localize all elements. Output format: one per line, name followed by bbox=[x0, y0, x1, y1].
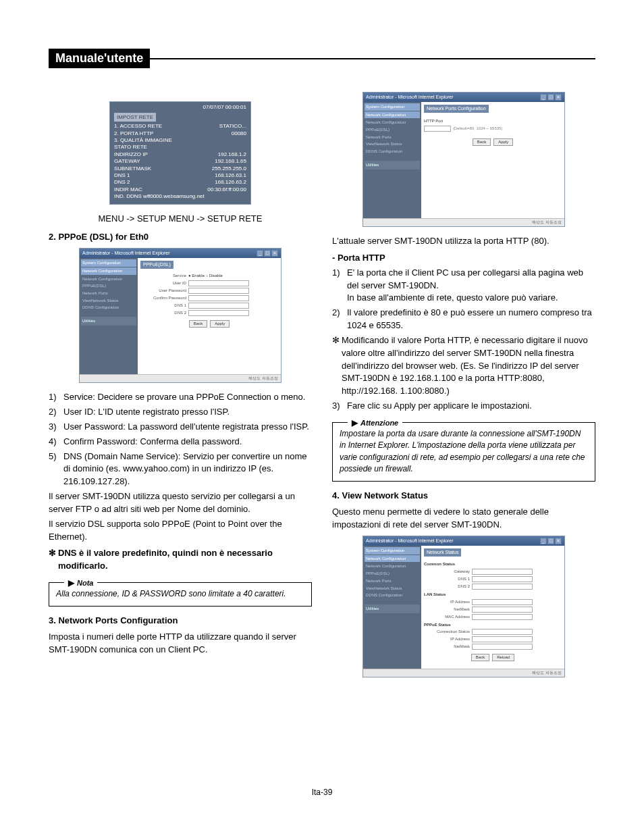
sub-heading: HTTP Port bbox=[424, 118, 562, 124]
star-text: Modificando il valore Porta HTTP, è nece… bbox=[342, 334, 595, 398]
right-column: Administrator - Microsoft Internet Explo… bbox=[332, 88, 595, 686]
text-input bbox=[472, 607, 533, 613]
osd-label: INDIR MAC bbox=[114, 186, 142, 193]
field-label: DNS 1 bbox=[140, 303, 186, 309]
window-title: Administrator - Microsoft Internet Explo… bbox=[366, 538, 454, 544]
osd-label: 3. QUALITÀ IMMAGINE bbox=[114, 137, 172, 144]
section-3-heading: 3. Network Ports Configuration bbox=[49, 615, 312, 627]
sub-heading: - Porta HTTP bbox=[332, 252, 595, 265]
note-label: ▶ Nota bbox=[64, 577, 97, 589]
main-panel: Network Ports Configuration HTTP Port (D… bbox=[421, 102, 564, 218]
nav-item: PPPoE(DSL) bbox=[81, 282, 136, 290]
port-input bbox=[424, 126, 451, 132]
list-text: Il valore predefinito è 80 e può essere … bbox=[347, 307, 595, 332]
paragraph: Il server SMT-190DN utilizza questo serv… bbox=[49, 490, 312, 516]
list-number: 2) bbox=[49, 406, 63, 419]
paragraph: Questo menu permette di vedere lo stato … bbox=[332, 506, 595, 532]
text-input bbox=[188, 280, 249, 286]
nav-item: Network Ports bbox=[365, 134, 420, 141]
field-label: Gateway bbox=[424, 569, 470, 575]
osd-value: 00:30:6f:ff:00:00 bbox=[207, 186, 246, 193]
text-input bbox=[188, 310, 249, 316]
arrow-icon: ▶ bbox=[68, 577, 74, 589]
content-columns: 07/07/07 00:00:01 IMPOST RETE 1. ACCESSO… bbox=[49, 88, 595, 686]
list-text: User ID: L'ID utente registrato presso l… bbox=[63, 406, 312, 419]
nav-item: DDNS Configuration bbox=[81, 304, 136, 311]
page-header: Manuale'utente bbox=[49, 49, 150, 68]
osd-label: STATO RETE bbox=[114, 144, 147, 151]
osd-label: 1. ACCESSO RETE bbox=[114, 123, 162, 130]
list-text: Service: Decidere se provare una PPPoE C… bbox=[63, 391, 312, 404]
osd-value: 192.168.1.65 bbox=[215, 158, 246, 165]
tree-item: Network Configuration bbox=[81, 267, 136, 275]
paragraph: Imposta i numeri delle porte HTTP da uti… bbox=[49, 631, 312, 656]
panel-title: PPPoE(DSL) bbox=[140, 261, 173, 269]
field-label: NetMask bbox=[424, 644, 470, 650]
utilities-section: Utilities bbox=[365, 161, 420, 170]
back-button: Back bbox=[473, 138, 491, 146]
tree-item: Network Configuration bbox=[365, 111, 420, 119]
note-label-text: Nota bbox=[77, 578, 93, 589]
list-number: 3) bbox=[332, 400, 347, 413]
window-titlebar: Administrator - Microsoft Internet Explo… bbox=[363, 536, 564, 546]
attention-text: Impostare la porta da usare durante la c… bbox=[340, 429, 585, 473]
field-label: User Password bbox=[140, 288, 186, 294]
radio-group: ● Enable ○ Disable bbox=[188, 273, 223, 279]
text-input bbox=[472, 629, 533, 635]
field-label: IP Address bbox=[424, 636, 470, 642]
osd-label: SUBNETMASK bbox=[114, 165, 151, 172]
field-label: NetMask bbox=[424, 607, 470, 613]
nav-item: PPPoE(DSL) bbox=[365, 570, 420, 577]
tree-item: System Configuration bbox=[365, 103, 420, 111]
sidebar: System Configuration Network Configurati… bbox=[363, 546, 421, 669]
nav-item: DDNS Configuration bbox=[365, 592, 420, 599]
text-input bbox=[188, 295, 249, 301]
text-input bbox=[472, 576, 533, 582]
attention-box: ▶ Attenzione Impostare la porta da usare… bbox=[332, 422, 595, 482]
window-controls: _□× bbox=[540, 538, 562, 544]
menu-path: MENU -> SETUP MENU -> SETUP RETE bbox=[49, 213, 312, 226]
osd-label: GATEWAY bbox=[114, 158, 140, 165]
back-button: Back bbox=[189, 320, 207, 328]
nav-item: PPPoE(DSL) bbox=[365, 126, 420, 134]
panel-title: Network Status bbox=[424, 548, 461, 557]
osd-value: 168.126.63.2 bbox=[215, 179, 246, 186]
window-title: Administrator - Microsoft Internet Explo… bbox=[82, 250, 170, 257]
list-number: 1) bbox=[332, 267, 347, 305]
hint-text: (Default=80, 1024 ~ 65535) bbox=[453, 126, 502, 132]
text-input bbox=[188, 288, 249, 294]
nav-item: DDNS Configuration bbox=[365, 148, 420, 155]
list-number: 4) bbox=[49, 436, 63, 448]
group-heading: LAN Status bbox=[424, 592, 562, 598]
text-input bbox=[472, 584, 533, 590]
utilities-section: Utilities bbox=[365, 604, 420, 613]
osd-label: INDIRIZZO IP bbox=[114, 151, 148, 158]
nav-item: ViewNetwork Status bbox=[81, 297, 136, 305]
field-label: DNS 2 bbox=[140, 310, 186, 316]
osd-value: 255.255.255.0 bbox=[212, 165, 246, 172]
screenshot-pppoe: Administrator - Microsoft Internet Explo… bbox=[79, 248, 281, 383]
text-input bbox=[472, 569, 533, 575]
text-input bbox=[472, 599, 533, 605]
osd-value: 00080 bbox=[232, 130, 246, 137]
nav-item: Network Configuration bbox=[81, 276, 136, 283]
text-input bbox=[472, 614, 533, 620]
back-button: Back bbox=[471, 654, 489, 661]
field-label: DNS 2 bbox=[424, 584, 470, 590]
nav-item: Network Configuration bbox=[365, 563, 420, 570]
arrow-icon: ▶ bbox=[352, 417, 358, 429]
attention-label-text: Attenzione bbox=[360, 418, 398, 429]
window-title: Administrator - Microsoft Internet Explo… bbox=[366, 94, 454, 101]
sidebar: System Configuration Network Configurati… bbox=[363, 102, 421, 218]
field-label: DNS 1 bbox=[424, 576, 470, 582]
osd-value: STATICO... bbox=[219, 123, 246, 130]
list-number: 1) bbox=[49, 391, 63, 404]
utilities-section: Utilities bbox=[81, 317, 136, 326]
tree-item: System Configuration bbox=[365, 547, 420, 555]
attention-label: ▶ Attenzione bbox=[348, 417, 402, 429]
text-input bbox=[188, 303, 249, 309]
apply-button: Apply bbox=[493, 138, 513, 146]
window-controls: _□× bbox=[540, 94, 562, 101]
window-titlebar: Administrator - Microsoft Internet Explo… bbox=[363, 93, 564, 102]
list-text: E' la porta che il Client PC usa per col… bbox=[347, 267, 595, 305]
